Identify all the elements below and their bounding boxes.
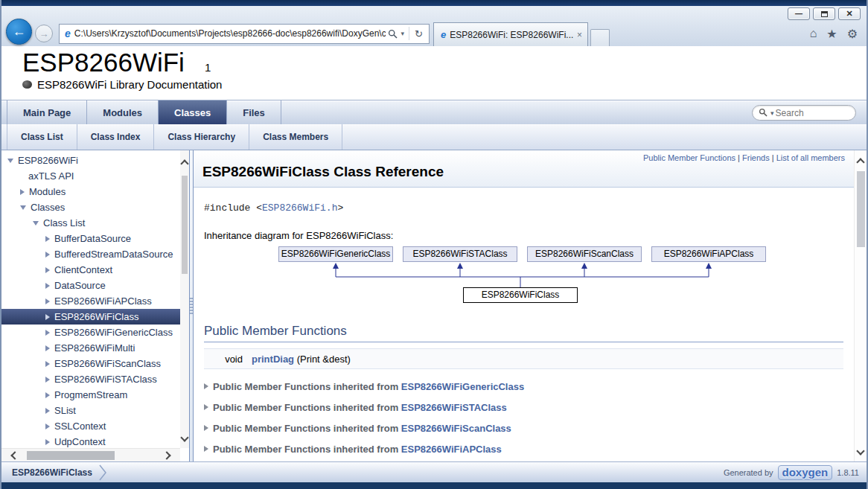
inherited-section-header[interactable]: Public Member Functions inherited from E… — [204, 380, 843, 393]
diagram-node-esp8266wifiapclass[interactable]: ESP8266WiFiAPClass — [651, 246, 766, 262]
diagram-node-esp8266wifigenericclass[interactable]: ESP8266WiFiGenericClass — [278, 246, 393, 262]
tree-collapse-icon[interactable] — [7, 159, 13, 163]
scrollbar-thumb[interactable] — [857, 171, 865, 247]
scrollbar-thumb[interactable] — [27, 451, 115, 460]
tree-item-esp8266wifistaclass[interactable]: ESP8266WiFiSTAClass — [1, 371, 180, 387]
summary-link-public-member-functions[interactable]: Public Member Functions — [643, 153, 735, 162]
tree-collapse-icon[interactable] — [20, 205, 26, 210]
tree-expand-icon[interactable] — [45, 377, 50, 383]
tab-files[interactable]: Files — [227, 100, 281, 124]
diagram-node-esp8266wifiscanclass[interactable]: ESP8266WiFiScanClass — [527, 246, 642, 262]
tree-item-sslcontext[interactable]: SSLContext — [1, 418, 180, 434]
inherited-section-header[interactable]: Public Member Functions inherited from E… — [204, 421, 843, 435]
tree-item-clientcontext[interactable]: ClientContext — [1, 262, 180, 278]
back-button[interactable]: ← — [6, 19, 32, 45]
maximize-button[interactable] — [813, 7, 835, 20]
tab-class-index[interactable]: Class Index — [77, 124, 155, 150]
tree-item-bufferedstreamdatasource[interactable]: BufferedStreamDataSource — [1, 246, 180, 262]
scroll-right-icon[interactable] — [162, 451, 170, 459]
tab-class-hierarchy[interactable]: Class Hierarchy — [154, 124, 249, 150]
tree-expand-icon[interactable] — [45, 236, 50, 242]
scroll-down-icon[interactable] — [180, 433, 188, 441]
new-tab-stub[interactable] — [590, 29, 610, 46]
member-link[interactable]: printDiag — [252, 354, 294, 365]
tab-class-members[interactable]: Class Members — [249, 124, 342, 150]
breadcrumb-item[interactable]: ESP8266WiFiClass — [12, 467, 92, 478]
tree-expand-icon[interactable] — [45, 392, 50, 398]
tree-expand-icon[interactable] — [45, 330, 50, 336]
include-file-link[interactable]: ESP8266WiFi.h — [262, 202, 337, 214]
browser-tab[interactable]: e ESP8266WiFi: ESP8266WiFi... × — [433, 22, 588, 46]
sidebar-horizontal-scrollbar[interactable] — [1, 448, 180, 461]
forward-button[interactable]: → — [35, 25, 53, 42]
scroll-left-icon[interactable] — [10, 451, 19, 459]
address-dropdown-icon[interactable]: ▾ — [401, 30, 405, 37]
address-bar[interactable]: e ▾ ↻ — [59, 24, 430, 44]
tree-expand-icon[interactable] — [45, 283, 50, 289]
inherited-section-header[interactable]: Public Member Functions inherited from E… — [204, 400, 843, 414]
tree-expand-icon[interactable] — [45, 267, 50, 273]
home-icon[interactable]: ⌂ — [810, 27, 817, 40]
tab-classes[interactable]: Classes — [159, 100, 227, 124]
tree-item-class-list[interactable]: Class List — [1, 215, 180, 231]
tree-item-esp8266wifiscanclass[interactable]: ESP8266WiFiScanClass — [1, 356, 180, 371]
class-link-esp8266wifiapclass[interactable]: ESP8266WiFiAPClass — [401, 444, 502, 455]
tree-collapse-icon[interactable] — [33, 221, 39, 226]
tab-modules[interactable]: Modules — [87, 100, 159, 124]
tree-item-esp8266wifimulti[interactable]: ESP8266WiFiMulti — [1, 340, 180, 356]
tree-item-udpcontext[interactable]: UdpContext — [1, 434, 180, 448]
tab-close-icon[interactable]: × — [577, 30, 582, 40]
tree-item-datasource[interactable]: DataSource — [1, 278, 180, 293]
content-vertical-scrollbar[interactable] — [854, 150, 867, 461]
tab-main-page[interactable]: Main Page — [7, 100, 87, 124]
minimize-button[interactable]: — — [788, 7, 810, 20]
tree-expand-icon[interactable] — [45, 424, 50, 429]
search-input[interactable] — [776, 108, 852, 118]
close-button[interactable]: ✕ — [838, 7, 861, 20]
tree-item-bufferdatasource[interactable]: BufferDataSource — [1, 231, 180, 246]
class-link-esp8266wifiscanclass[interactable]: ESP8266WiFiScanClass — [401, 423, 511, 434]
refresh-icon[interactable]: ↻ — [415, 28, 423, 39]
tree-expand-icon[interactable] — [45, 345, 50, 351]
diagram-node-esp8266wificlass[interactable]: ESP8266WiFiClass — [463, 287, 578, 303]
tree-item-esp8266wificlass[interactable]: ESP8266WiFiClass — [1, 309, 180, 325]
tree-expand-icon[interactable] — [45, 439, 50, 445]
summary-link-friends[interactable]: Friends — [742, 153, 770, 162]
scroll-up-icon[interactable] — [856, 158, 864, 166]
diagram-node-esp8266wifistaclass[interactable]: ESP8266WiFiSTAClass — [403, 246, 517, 262]
tree-item-label: ESP8266WiFiClass — [54, 311, 138, 322]
inherited-section-header[interactable]: Public Member Functions inherited from E… — [204, 442, 843, 456]
window-top-border — [1, 0, 867, 6]
tree-expand-icon[interactable] — [45, 298, 50, 304]
favorites-star-icon[interactable]: ★ — [826, 27, 837, 41]
tree-item-slist[interactable]: SList — [1, 403, 180, 418]
tree-expand-icon[interactable] — [45, 361, 50, 367]
tree-expand-icon[interactable] — [20, 189, 25, 195]
settings-gear-icon[interactable]: ⚙ — [847, 27, 858, 41]
class-link-esp8266wifistaclass[interactable]: ESP8266WiFiSTAClass — [401, 402, 507, 413]
tree-item-classes[interactable]: Classes — [1, 199, 180, 215]
tree-item-esp8266wifiapclass[interactable]: ESP8266WiFiAPClass — [1, 293, 180, 309]
tree-expand-icon[interactable] — [45, 314, 50, 320]
tree-expand-icon[interactable] — [45, 252, 50, 258]
search-filter-caret-icon[interactable]: ▾ — [770, 109, 774, 117]
search-box[interactable]: ▾ — [752, 105, 856, 121]
tab-class-list[interactable]: Class List — [7, 124, 77, 150]
tree-item-axtls-api[interactable]: axTLS API — [1, 168, 180, 184]
tree-item-progmemstream[interactable]: ProgmemStream — [1, 387, 180, 403]
scroll-up-icon[interactable] — [180, 159, 188, 167]
scroll-down-icon[interactable] — [856, 447, 864, 455]
tree-item-esp8266wifigenericclass[interactable]: ESP8266WiFiGenericClass — [1, 325, 180, 340]
tree-item-modules[interactable]: Modules — [1, 184, 180, 199]
sidebar-vertical-scrollbar[interactable] — [180, 150, 189, 448]
search-icon[interactable] — [388, 29, 398, 39]
class-link-esp8266wifigenericclass[interactable]: ESP8266WiFiGenericClass — [401, 381, 524, 392]
address-input[interactable] — [74, 28, 386, 39]
doxygen-logo[interactable]: doxygen — [778, 465, 833, 480]
tab-title: ESP8266WiFi: ESP8266WiFi... — [450, 30, 574, 40]
scrollbar-thumb[interactable] — [182, 176, 188, 274]
main-nav-tabs: Main PageModulesClassesFiles ▾ — [1, 100, 867, 124]
tree-item-esp8266wifi[interactable]: ESP8266WiFi — [1, 153, 180, 168]
tree-expand-icon[interactable] — [45, 408, 50, 414]
summary-link-list-of-all-members[interactable]: List of all members — [776, 153, 845, 162]
